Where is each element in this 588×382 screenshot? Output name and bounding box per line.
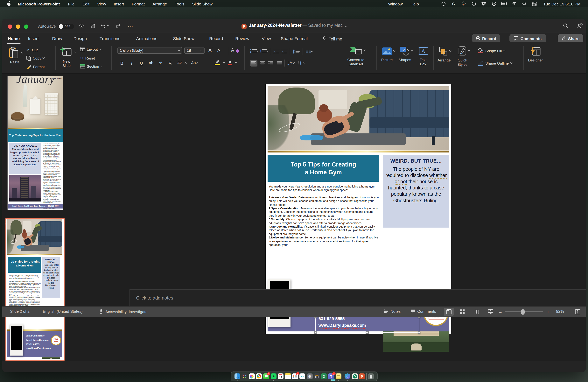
reset-button[interactable]: ↺Reset bbox=[80, 56, 95, 61]
italic-button[interactable]: I bbox=[129, 61, 135, 65]
font-size-select[interactable]: 18 bbox=[184, 47, 205, 54]
picture-button[interactable]: Picture bbox=[382, 47, 392, 56]
numbering-button[interactable]: 123 bbox=[260, 49, 268, 53]
spotlight-search-icon[interactable] bbox=[522, 1, 527, 6]
dock-messages-icon[interactable]: 4 bbox=[263, 373, 269, 379]
bullets-button[interactable] bbox=[250, 49, 258, 53]
notes-toggle[interactable]: Notes bbox=[384, 309, 400, 313]
normal-view-button[interactable] bbox=[444, 308, 454, 316]
dock-finder-icon[interactable] bbox=[234, 373, 240, 379]
dock-freeform-icon[interactable] bbox=[299, 373, 305, 379]
share-contact-icon[interactable] bbox=[577, 23, 583, 28]
slide-sorter-view-button[interactable] bbox=[457, 308, 467, 316]
clear-formatting-button[interactable]: A bbox=[231, 47, 239, 53]
dock-launchpad-icon[interactable] bbox=[242, 373, 247, 379]
shape-fill-button[interactable]: Shape Fill bbox=[478, 48, 505, 53]
zoom-level[interactable]: 82% bbox=[556, 309, 564, 313]
dock-spotify-icon[interactable] bbox=[271, 373, 276, 379]
menu-format[interactable]: Format bbox=[128, 1, 148, 6]
format-painter-button[interactable]: Format bbox=[26, 64, 45, 69]
dock-reminders-icon[interactable]: 3 bbox=[292, 373, 298, 379]
tab-view[interactable]: View bbox=[261, 35, 272, 42]
align-right-button[interactable] bbox=[267, 60, 274, 66]
dock-trash-icon[interactable] bbox=[368, 373, 374, 379]
dock-stickies-icon[interactable] bbox=[336, 373, 341, 379]
menu-window[interactable]: Window bbox=[385, 1, 406, 6]
dock-chrome-icon[interactable] bbox=[256, 373, 262, 379]
tab-record[interactable]: Record bbox=[209, 35, 224, 42]
menu-edit[interactable]: Edit bbox=[79, 1, 93, 6]
section-button[interactable]: Section bbox=[80, 64, 102, 68]
align-center-button[interactable] bbox=[259, 60, 266, 66]
slide-body-text[interactable]: You made your New Year’s resolution and … bbox=[269, 185, 379, 247]
document-title[interactable]: PJanuary-2024-Newsletter — Saved to my M… bbox=[2, 23, 586, 29]
underline-button[interactable]: U bbox=[138, 61, 144, 65]
fit-slide-button[interactable] bbox=[572, 308, 583, 316]
status-circle-icon[interactable] bbox=[441, 1, 446, 6]
zoom-slider-knob[interactable] bbox=[521, 309, 525, 315]
selection-handle-s[interactable] bbox=[366, 331, 368, 334]
selection-handle-se[interactable] bbox=[418, 331, 420, 334]
character-spacing-button[interactable]: AV↔ bbox=[177, 61, 187, 65]
menu-tools[interactable]: Tools bbox=[171, 1, 188, 6]
dock-notes-icon[interactable] bbox=[285, 373, 291, 379]
reading-view-button[interactable] bbox=[471, 308, 482, 316]
shape-outline-button[interactable]: Shape Outline bbox=[478, 60, 512, 66]
apple-icon[interactable] bbox=[6, 1, 11, 6]
layout-button[interactable]: Layout bbox=[80, 47, 101, 51]
dropbox-status-icon[interactable] bbox=[481, 1, 486, 6]
wifi-icon[interactable] bbox=[511, 1, 517, 6]
line-spacing-button[interactable] bbox=[293, 49, 300, 53]
justify-button[interactable] bbox=[276, 60, 283, 66]
menu-slide-show[interactable]: Slide Show bbox=[189, 1, 216, 6]
tab-shape-format[interactable]: Shape Format bbox=[280, 35, 309, 42]
dock-settings-icon[interactable]: ⚙ bbox=[307, 373, 313, 379]
increase-font-size-button[interactable]: Aˆ bbox=[209, 47, 213, 53]
arrange-button[interactable]: Arrange bbox=[439, 47, 448, 56]
notes-panel[interactable]: Click to add notes bbox=[129, 289, 586, 306]
cut-button[interactable]: ✂Cut bbox=[26, 47, 38, 53]
menu-arrange[interactable]: Arrange bbox=[149, 1, 170, 6]
screen-record-status-icon[interactable] bbox=[461, 1, 466, 6]
copy-button[interactable]: Copy bbox=[26, 56, 44, 60]
play-status-icon[interactable] bbox=[491, 1, 497, 6]
tab-review[interactable]: Review bbox=[234, 35, 250, 42]
designer-button[interactable]: Designer bbox=[530, 47, 541, 56]
zoom-slider-track[interactable] bbox=[505, 311, 543, 312]
dock-excel-icon[interactable]: X bbox=[321, 373, 327, 379]
selection-handle-sw[interactable] bbox=[314, 331, 316, 334]
grammarly-status-icon[interactable]: G bbox=[451, 1, 456, 6]
menu-view[interactable]: View bbox=[94, 1, 109, 6]
menu-clock[interactable]: Tue Dec 19 6:16 PM bbox=[540, 1, 584, 6]
paste-button[interactable]: Paste bbox=[9, 47, 19, 59]
zoom-in-button[interactable]: + bbox=[547, 309, 549, 315]
dock-powerpoint-icon[interactable]: P bbox=[359, 373, 365, 379]
dock-canva-icon[interactable]: C bbox=[345, 373, 350, 379]
tab-design[interactable]: Design bbox=[73, 35, 88, 42]
tab-draw[interactable]: Draw bbox=[51, 35, 63, 42]
battery-icon[interactable] bbox=[501, 1, 507, 6]
search-icon[interactable] bbox=[563, 23, 568, 28]
tab-animations[interactable]: Animations bbox=[135, 35, 158, 42]
bold-button[interactable]: B bbox=[119, 61, 125, 65]
font-name-select[interactable]: Calibri (Body) bbox=[117, 47, 182, 54]
highlight-color-button[interactable] bbox=[215, 60, 220, 65]
columns-button[interactable] bbox=[305, 49, 313, 53]
tab-transitions[interactable]: Transitions bbox=[99, 35, 121, 42]
vertical-align-button[interactable] bbox=[298, 61, 305, 65]
control-center-icon[interactable] bbox=[532, 1, 537, 6]
slideshow-view-button[interactable] bbox=[485, 308, 495, 316]
slide-2-thumbnail-selected[interactable]: Top 5 Tips for Creatinga Home Gym WEIRD,… bbox=[5, 218, 64, 361]
menu-app-name[interactable]: Microsoft PowerPoint bbox=[14, 1, 64, 6]
superscript-button[interactable]: x2 bbox=[158, 61, 164, 65]
slide-title-box[interactable]: Top 5 Tips for Creating a Home Gym bbox=[268, 155, 379, 182]
increase-indent-button[interactable] bbox=[282, 49, 287, 53]
shapes-button[interactable]: Shapes bbox=[400, 46, 410, 56]
weird-but-true-box[interactable]: WEIRD, BUT TRUE… The people of NY are re… bbox=[383, 155, 449, 228]
dock-grammarly-icon[interactable]: G bbox=[352, 373, 357, 379]
quick-styles-button[interactable]: QuickStyles bbox=[458, 46, 467, 56]
new-slide-button[interactable]: NewSlide bbox=[60, 47, 72, 57]
menu-file[interactable]: File bbox=[64, 1, 78, 6]
tab-insert[interactable]: Insert bbox=[27, 35, 40, 42]
highlight-color-dropdown[interactable] bbox=[223, 61, 225, 63]
